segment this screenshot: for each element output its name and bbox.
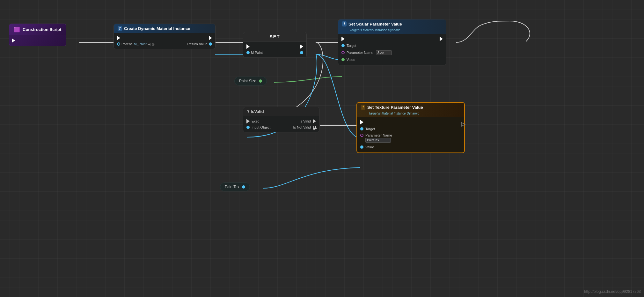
- set-texture-value-pin[interactable]: [360, 145, 363, 149]
- create-dmi-exec-row: [114, 35, 215, 41]
- set-scalar-subtitle: Target is Material Instance Dynamic: [350, 28, 400, 32]
- set-texture-node: f Set Texture Parameter Value Target is …: [356, 102, 465, 153]
- paint-size-out-pin[interactable]: [259, 79, 262, 83]
- set-mpaint-out-pin[interactable]: [300, 51, 303, 54]
- isvalid-isnotvalid-pin[interactable]: [313, 126, 316, 129]
- construction-script-title: Construction Script: [23, 27, 61, 32]
- set-scalar-target-row: Target: [338, 42, 446, 49]
- set-scalar-node: f Set Scalar Parameter Value Target is M…: [338, 19, 446, 65]
- set-texture-title: Set Texture Parameter Value: [367, 105, 423, 110]
- isvalid-input-label: Input Object: [252, 125, 270, 129]
- paint-size-node: Paint Size: [234, 77, 267, 85]
- set-texture-exec-row: [357, 119, 464, 125]
- pain-tex-out-pin[interactable]: [242, 185, 245, 189]
- set-scalar-target-pin[interactable]: [341, 44, 345, 47]
- set-texture-func-icon: f: [361, 105, 365, 110]
- construction-exec-row: [9, 37, 66, 44]
- create-dmi-return-pin[interactable]: [209, 42, 212, 46]
- set-texture-param-pin[interactable]: [360, 134, 363, 137]
- set-header: SET: [243, 32, 306, 41]
- set-scalar-exec-row: [338, 36, 446, 42]
- set-scalar-exec-in[interactable]: [341, 37, 345, 41]
- create-dmi-parent-label: Parent: [121, 42, 132, 46]
- set-texture-subtitle: Target is Material Instance Dynamic: [369, 112, 419, 115]
- set-scalar-value-row: Value: [338, 56, 446, 63]
- set-scalar-title: Set Scalar Parameter Value: [348, 22, 402, 26]
- set-scalar-param-row: Parameter Name: [338, 49, 446, 56]
- set-scalar-value-pin[interactable]: [341, 58, 345, 61]
- create-dmi-title: Create Dynamic Material Instance: [124, 26, 190, 31]
- watermark: http://blog.csdn.net/qq992817263: [584, 289, 641, 294]
- set-exec-in[interactable]: [246, 44, 250, 49]
- set-texture-target-label: Target: [365, 127, 375, 131]
- set-scalar-func-icon: f: [342, 21, 347, 26]
- set-scalar-param-input[interactable]: [376, 50, 392, 55]
- set-texture-value-row: Value: [357, 144, 464, 151]
- isvalid-header: ? IsValid: [243, 107, 319, 116]
- set-texture-param-label: Parameter Name: [365, 133, 392, 137]
- set-texture-header: f Set Texture Parameter Value Target is …: [357, 103, 464, 117]
- pain-tex-node: Pain Tex: [220, 182, 250, 191]
- watermark-text: http://blog.csdn.net/qq992817263: [584, 289, 641, 294]
- set-scalar-header: f Set Scalar Parameter Value Target is M…: [338, 19, 446, 34]
- set-exec-row: [243, 43, 306, 50]
- set-texture-target-row: Target: [357, 125, 464, 132]
- set-node: SET M Paint: [243, 32, 307, 58]
- isvalid-exec-row: Exec Is Valid: [243, 118, 319, 124]
- isvalid-isvalid-label: Is Valid: [300, 119, 311, 123]
- set-scalar-param-pin[interactable]: [341, 51, 345, 54]
- create-dmi-exec-out[interactable]: [209, 36, 212, 40]
- set-texture-exec-in[interactable]: [360, 120, 363, 124]
- construction-exec-out-pin[interactable]: [12, 38, 15, 43]
- isvalid-input-row: Input Object Is Not Valid: [243, 124, 319, 130]
- isvalid-input-pin[interactable]: [246, 126, 250, 129]
- paint-size-label: Paint Size: [239, 79, 256, 83]
- set-texture-param-input[interactable]: [365, 138, 391, 143]
- isvalid-exec-in[interactable]: [246, 119, 250, 123]
- construction-script-node: 🟪 Construction Script: [9, 24, 66, 46]
- isvalid-title: ? IsValid: [247, 109, 264, 114]
- set-mpaint-in-pin[interactable]: [246, 51, 250, 54]
- create-dmi-node: f Create Dynamic Material Instance Paren…: [113, 24, 216, 49]
- isvalid-isnotvalid-label: Is Not Valid: [293, 125, 311, 129]
- set-mpaint-row: M Paint: [243, 50, 306, 56]
- set-exec-out[interactable]: [300, 44, 303, 49]
- set-title: SET: [269, 34, 280, 39]
- create-dmi-return-label: Return Value: [187, 42, 208, 46]
- create-dmi-parent-pin[interactable]: [117, 42, 120, 46]
- set-texture-value-label: Value: [365, 145, 374, 149]
- pain-tex-label: Pain Tex: [225, 185, 239, 189]
- create-dmi-arrow-icon: ◀: [148, 42, 150, 46]
- set-scalar-value-label: Value: [347, 58, 355, 62]
- set-texture-target-pin[interactable]: [360, 127, 363, 130]
- construction-script-header: 🟪 Construction Script: [9, 24, 66, 35]
- create-dmi-link-icon: ◎: [152, 42, 155, 46]
- isvalid-node: ? IsValid Exec Is Valid Input Object Is …: [243, 107, 319, 132]
- create-dmi-header: f Create Dynamic Material Instance: [114, 24, 215, 33]
- set-scalar-target-label: Target: [347, 44, 356, 48]
- set-scalar-exec-out[interactable]: [440, 37, 443, 41]
- create-dmi-func-icon: f: [118, 26, 122, 31]
- create-dmi-parent-value: M_Paint: [134, 42, 146, 46]
- create-dmi-parent-row: Parent M_Paint ◀ ◎ Return Value: [114, 41, 215, 47]
- set-texture-param-row: Parameter Name: [357, 132, 464, 144]
- set-scalar-param-label: Parameter Name: [347, 51, 373, 55]
- svg-marker-5: [314, 127, 317, 130]
- construction-script-icon: 🟪: [14, 26, 20, 33]
- set-mpaint-label: M Paint: [251, 51, 263, 55]
- connections-layer: [0, 0, 644, 297]
- isvalid-exec-label: Exec: [252, 119, 259, 123]
- create-dmi-exec-in[interactable]: [117, 36, 120, 40]
- isvalid-isvalid-pin[interactable]: [313, 119, 316, 123]
